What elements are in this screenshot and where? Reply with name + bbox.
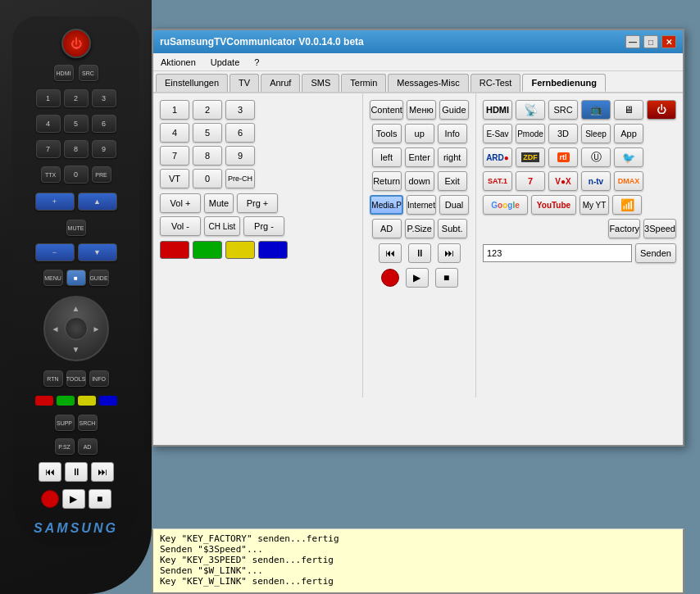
- senden-btn[interactable]: Senden: [635, 243, 676, 263]
- green-remote[interactable]: [57, 396, 75, 406]
- subt-btn[interactable]: Subt.: [438, 219, 467, 238]
- nav-up-remote[interactable]: ▲: [69, 301, 84, 315]
- src-btn[interactable]: SRC: [548, 100, 578, 120]
- menu-btn[interactable]: Меню: [407, 100, 436, 120]
- maximize-button[interactable]: □: [643, 35, 658, 48]
- num7-btn[interactable]: 7: [160, 146, 189, 166]
- esav-btn[interactable]: E-Sav: [483, 124, 512, 143]
- prg-plus-btn[interactable]: Prg +: [237, 193, 278, 213]
- guide-remote[interactable]: GUIDE: [89, 270, 109, 286]
- num3-remote[interactable]: 3: [92, 89, 116, 107]
- minimize-button[interactable]: —: [625, 35, 640, 48]
- bird-btn[interactable]: 🐦: [614, 147, 643, 167]
- volup-remote[interactable]: +: [35, 193, 75, 211]
- dual-btn[interactable]: Dual: [439, 195, 469, 215]
- nav-left-remote[interactable]: ◄: [48, 321, 63, 336]
- green-btn[interactable]: [193, 241, 222, 259]
- info-btn[interactable]: Info: [438, 124, 467, 143]
- left-btn[interactable]: left: [372, 147, 402, 167]
- 3d-btn[interactable]: 3D: [548, 124, 578, 143]
- play-btn[interactable]: ▶: [406, 268, 429, 288]
- ard-btn[interactable]: ARD●: [483, 147, 512, 167]
- num1-btn[interactable]: 1: [160, 100, 189, 120]
- tv-icon-btn[interactable]: 📺: [581, 100, 611, 120]
- rtl-btn[interactable]: rtl: [548, 147, 578, 167]
- tab-anruf[interactable]: Anruf: [261, 74, 300, 92]
- rewind-btn[interactable]: ⏮: [379, 243, 402, 263]
- blue-remote[interactable]: [99, 396, 117, 406]
- youtube-btn[interactable]: YouTube: [531, 195, 576, 215]
- myyt-btn[interactable]: My YT: [580, 195, 609, 215]
- right-btn[interactable]: right: [438, 147, 467, 167]
- tab-tv[interactable]: TV: [230, 74, 259, 92]
- num8-remote[interactable]: 8: [64, 140, 89, 158]
- source-remote-btn[interactable]: SRC: [79, 65, 98, 81]
- red-remote[interactable]: [35, 396, 53, 406]
- red-btn[interactable]: [160, 241, 189, 259]
- power-right-btn[interactable]: ⏻: [647, 100, 676, 120]
- nav-down-remote[interactable]: ▼: [69, 342, 84, 356]
- u-icon-btn[interactable]: Ⓤ: [581, 147, 611, 167]
- num2-remote[interactable]: 2: [64, 89, 89, 107]
- tab-einstellungen[interactable]: Einstellungen: [156, 74, 228, 92]
- num3-btn[interactable]: 3: [225, 100, 255, 120]
- hdmi-right-btn[interactable]: HDMI: [483, 100, 512, 120]
- num2-btn[interactable]: 2: [193, 100, 222, 120]
- cube-remote[interactable]: ■: [66, 270, 86, 286]
- factory-btn[interactable]: Factory: [608, 219, 640, 238]
- num5-remote[interactable]: 5: [64, 115, 89, 133]
- num6-remote[interactable]: 6: [92, 115, 116, 133]
- down-btn[interactable]: down: [405, 171, 434, 191]
- stop-remote[interactable]: ■: [89, 489, 111, 509]
- sleep-btn[interactable]: Sleep: [581, 124, 611, 143]
- pause-remote[interactable]: ⏸: [65, 462, 88, 482]
- mute-remote[interactable]: MUTE: [66, 220, 86, 236]
- tab-messages-misc[interactable]: Messages-Misc: [388, 74, 468, 92]
- record-btn[interactable]: [381, 269, 399, 287]
- close-button[interactable]: ✕: [661, 35, 676, 48]
- supp-remote[interactable]: SUPP: [55, 415, 75, 431]
- fwd-remote[interactable]: ⏭: [91, 462, 114, 482]
- pmode-btn[interactable]: Pmode: [516, 124, 545, 143]
- google-btn[interactable]: Google: [483, 195, 528, 215]
- hdmi-remote-btn[interactable]: HDMI: [54, 65, 74, 81]
- stop-btn[interactable]: ■: [435, 268, 458, 288]
- guide-btn[interactable]: Guide: [439, 100, 469, 120]
- num9-remote[interactable]: 9: [92, 140, 116, 158]
- menu-help[interactable]: ?: [251, 56, 262, 69]
- menu-aktionen[interactable]: Aktionen: [157, 56, 199, 69]
- ad-remote[interactable]: AD: [78, 438, 98, 455]
- num9-btn[interactable]: 9: [225, 146, 255, 166]
- menu-remote[interactable]: MENU: [43, 270, 63, 286]
- yellow-remote[interactable]: [78, 396, 96, 406]
- exit-btn[interactable]: Exit: [438, 171, 467, 191]
- antenna-btn[interactable]: 📡: [516, 100, 545, 120]
- vt-btn[interactable]: VT: [160, 169, 189, 188]
- vox-btn[interactable]: V●X: [548, 171, 578, 191]
- return-remote[interactable]: RTN: [43, 370, 63, 387]
- content-btn[interactable]: Content: [370, 100, 403, 120]
- dmax-btn[interactable]: DMAX: [614, 171, 643, 191]
- nav-enter-remote[interactable]: [65, 317, 88, 340]
- enter-btn[interactable]: Enter: [405, 147, 434, 167]
- zdf-btn[interactable]: ZDF: [516, 147, 545, 167]
- wifi-btn[interactable]: 📶: [612, 195, 642, 215]
- nav-right-remote[interactable]: ►: [89, 321, 104, 336]
- tools-btn[interactable]: Tools: [372, 124, 402, 143]
- up-btn[interactable]: up: [405, 124, 434, 143]
- prg-minus-btn[interactable]: Prg -: [243, 216, 284, 236]
- rec-remote[interactable]: [41, 490, 59, 508]
- internet-btn[interactable]: Internet: [407, 195, 436, 215]
- three-speed-btn[interactable]: 3Speed: [643, 219, 676, 238]
- info-remote[interactable]: INFO: [89, 370, 109, 387]
- ad-btn[interactable]: AD: [372, 219, 402, 238]
- ch-list-btn[interactable]: CH List: [204, 216, 240, 236]
- blue-btn[interactable]: [258, 241, 288, 259]
- mute-btn[interactable]: Mute: [204, 193, 234, 213]
- return-btn[interactable]: Return: [372, 171, 402, 191]
- sat1-btn[interactable]: SAT.1: [483, 171, 512, 191]
- tools-remote[interactable]: TOOLS: [66, 370, 86, 387]
- ffwd-btn[interactable]: ⏭: [438, 243, 461, 263]
- monitor-btn[interactable]: 🖥: [614, 100, 643, 120]
- power-button[interactable]: ⏻: [61, 29, 91, 58]
